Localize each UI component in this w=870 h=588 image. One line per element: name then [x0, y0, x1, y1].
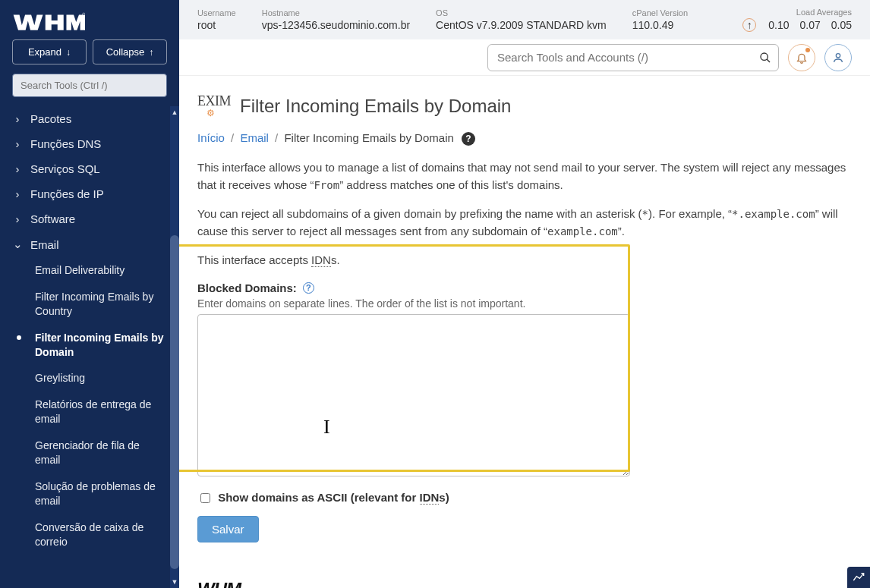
intro-paragraph-3: This interface accepts IDNs.: [197, 252, 852, 269]
sidebar-item-email-deliverability[interactable]: Email Deliverability: [0, 257, 179, 284]
chevron-right-icon: ›: [12, 112, 23, 125]
chevron-down-icon: ⌄: [12, 237, 23, 251]
sidebar-nav: ›Pacotes ›Funções DNS ›Serviços SQL ›Fun…: [0, 106, 179, 588]
collapse-button[interactable]: Collapse↑: [93, 39, 167, 64]
breadcrumb: Início / Email / Filter Incoming Emails …: [197, 131, 852, 146]
content-area: EXIM ⚙ Filter Incoming Emails by Domain …: [179, 76, 870, 588]
sidebar-item-filter-domain[interactable]: Filter Incoming Emails by Domain: [0, 325, 179, 366]
bell-icon: [796, 52, 808, 64]
upload-icon: ↑: [742, 18, 756, 32]
intro-paragraph-2: You can reject all subdomains of a given…: [197, 206, 852, 240]
blocked-domains-hint: Enter domains on separate lines. The ord…: [197, 297, 852, 310]
sidebar-section-dns[interactable]: ›Funções DNS: [0, 131, 179, 156]
sidebar-item-queue-manager[interactable]: Gerenciador de fila de email: [0, 432, 179, 473]
notifications-button[interactable]: [788, 44, 815, 71]
sidebar-item-mailbox-convert[interactable]: Conversão de caixa de correio: [0, 514, 179, 555]
chevron-right-icon: ›: [12, 137, 23, 150]
user-menu-button[interactable]: [824, 44, 852, 71]
breadcrumb-current: Filter Incoming Emails by Domain: [284, 131, 453, 144]
sidebar-section-ip[interactable]: ›Funções de IP: [0, 181, 179, 206]
page-title-row: EXIM ⚙ Filter Incoming Emails by Domain: [197, 94, 852, 118]
topbar-username: Username root: [197, 8, 236, 31]
scroll-thumb[interactable]: [170, 235, 179, 569]
chevron-right-icon: ›: [12, 187, 23, 200]
blocked-domains-label: Blocked Domains:: [197, 281, 297, 294]
toolbar: [179, 39, 870, 76]
blocked-domains-textarea[interactable]: [197, 314, 630, 476]
stats-toggle-button[interactable]: [847, 567, 870, 588]
breadcrumb-email[interactable]: Email: [240, 131, 269, 144]
sidebar-search-input[interactable]: [12, 74, 167, 97]
svg-point-1: [761, 53, 768, 60]
sidebar-scrollbar[interactable]: ▲ ▼: [170, 106, 179, 588]
page-title: Filter Incoming Emails by Domain: [240, 96, 511, 117]
exim-icon: EXIM ⚙: [197, 94, 231, 118]
whm-logo: [0, 0, 179, 39]
sidebar-item-troubleshoot[interactable]: Solução de problemas de email: [0, 473, 179, 514]
scroll-up-icon[interactable]: ▲: [170, 106, 179, 118]
sidebar-item-greylisting[interactable]: Greylisting: [0, 365, 179, 391]
notification-dot-icon: [805, 48, 810, 52]
arrow-up-icon: ↑: [149, 47, 153, 58]
intro-paragraph-1: This interface allows you to manage a li…: [197, 159, 852, 193]
save-button[interactable]: Salvar: [197, 516, 259, 542]
topbar-cpanel-version: cPanel Version 110.0.49: [632, 8, 688, 31]
help-icon[interactable]: ?: [462, 132, 475, 146]
sidebar-section-software[interactable]: ›Software: [0, 206, 179, 231]
expand-button[interactable]: Expand↓: [12, 39, 87, 64]
global-search-input[interactable]: [487, 44, 779, 71]
sidebar-section-email[interactable]: ⌄Email: [0, 231, 179, 257]
sidebar-item-filter-country[interactable]: Filter Incoming Emails by Country: [0, 284, 179, 325]
ascii-checkbox[interactable]: [200, 493, 210, 503]
info-icon[interactable]: ?: [303, 282, 314, 294]
svg-point-3: [836, 53, 840, 57]
sidebar-section-sql[interactable]: ›Serviços SQL: [0, 156, 179, 181]
footer-logo: WHM 110.0.49: [197, 579, 852, 588]
breadcrumb-home[interactable]: Início: [197, 131, 225, 144]
svg-line-2: [767, 59, 770, 62]
sidebar: Expand↓ Collapse↑ ›Pacotes ›Funções DNS …: [0, 0, 179, 588]
arrow-down-icon: ↓: [66, 47, 71, 58]
sidebar-item-delivery-reports[interactable]: Relatórios de entrega de email: [0, 391, 179, 432]
topbar-os: OS CentOS v7.9.2009 STANDARD kvm: [436, 8, 607, 31]
top-status-bar: Username root Hostname vps-123456.seudom…: [179, 0, 870, 39]
chart-icon: [853, 572, 865, 583]
user-icon: [832, 52, 844, 64]
ascii-checkbox-label[interactable]: Show domains as ASCII (relevant for IDNs…: [197, 491, 449, 504]
sidebar-section-pacotes[interactable]: ›Pacotes: [0, 106, 179, 131]
chevron-right-icon: ›: [12, 162, 23, 175]
scroll-down-icon[interactable]: ▼: [170, 576, 179, 588]
search-icon[interactable]: [759, 52, 771, 64]
topbar-hostname: Hostname vps-123456.seudominio.com.br: [262, 8, 410, 31]
chevron-right-icon: ›: [12, 212, 23, 225]
gear-icon: ⚙: [206, 108, 215, 118]
topbar-load-averages: Load Averages ↑ 0.10 0.07 0.05: [742, 8, 852, 32]
